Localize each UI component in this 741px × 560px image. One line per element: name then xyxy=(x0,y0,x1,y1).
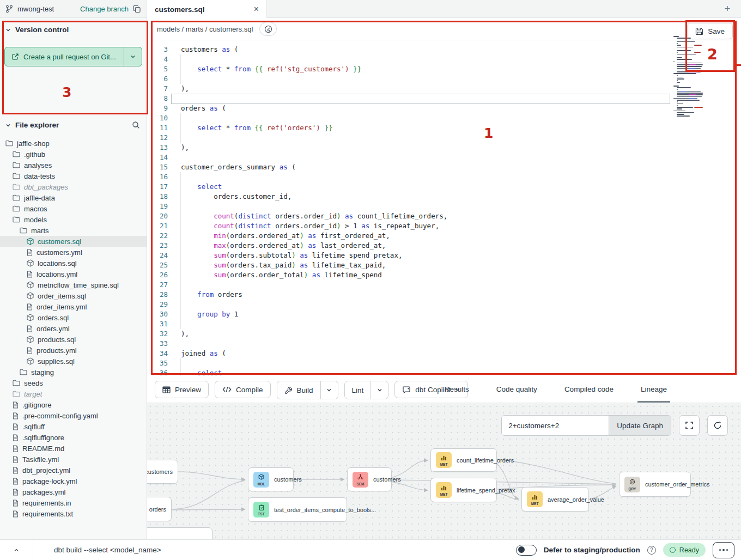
fullscreen-button[interactable] xyxy=(679,415,700,436)
code-line-4[interactable]: 4 xyxy=(147,54,741,64)
tree-item-customers-yml[interactable]: customers.yml xyxy=(0,247,147,258)
code-line-23[interactable]: 23 max(orders.ordered_at) as last_ordere… xyxy=(147,241,741,251)
tab-close-icon[interactable]: × xyxy=(254,5,259,14)
tree-item-dbt-project-yml[interactable]: dbt_project.yml xyxy=(0,465,147,476)
tab-lineage[interactable]: Lineage xyxy=(637,376,670,403)
lineage-node-customers[interactable]: SEMcustomers xyxy=(347,467,392,491)
code-line-27[interactable]: 27 xyxy=(147,280,741,290)
create-pr-dropdown[interactable] xyxy=(124,47,142,66)
new-tab-button[interactable]: + xyxy=(720,2,734,16)
lint-button[interactable]: Lint xyxy=(345,381,371,399)
code-line-29[interactable]: 29 xyxy=(147,300,741,309)
code-line-15[interactable]: 15customer_orders_summary as ( xyxy=(147,162,741,172)
tree-item--sqlfluffignore[interactable]: .sqlfluffignore xyxy=(0,432,147,443)
code-line-5[interactable]: 5 select * from {{ ref('stg_customers') … xyxy=(147,64,741,74)
tab-results[interactable]: Results xyxy=(441,376,472,403)
tree-item--gitignore[interactable]: .gitignore xyxy=(0,399,147,410)
lineage-node-orders[interactable]: orders xyxy=(147,497,172,521)
tree-item-package-lock-yml[interactable]: package-lock.yml xyxy=(0,476,147,486)
code-line-30[interactable]: 30 group by 1 xyxy=(147,309,741,319)
copilot-icon[interactable] xyxy=(259,22,277,36)
code-line-25[interactable]: 25 sum(orders.tax_paid) as lifetime_tax_… xyxy=(147,260,741,270)
version-control-header[interactable]: Version control xyxy=(0,18,147,39)
tree-item-packages-yml[interactable]: packages.yml xyxy=(0,486,147,497)
code-line-8[interactable]: 8 xyxy=(147,94,741,104)
create-pr-button[interactable]: Create a pull request on Git... xyxy=(4,47,142,66)
code-line-13[interactable]: 13), xyxy=(147,143,741,153)
code-line-21[interactable]: 21 count(distinct orders.order_id) > 1 a… xyxy=(147,221,741,231)
tree-item-customers-sql[interactable]: customers.sql xyxy=(0,236,147,247)
code-line-20[interactable]: 20 count(distinct orders.order_id) as co… xyxy=(147,211,741,221)
tree-item-target[interactable]: target xyxy=(0,388,147,399)
code-line-22[interactable]: 22 min(orders.ordered_at) as first_order… xyxy=(147,231,741,241)
lineage-node-partial[interactable] xyxy=(147,527,212,539)
preview-button[interactable]: Preview xyxy=(155,381,209,398)
tab-customers-sql[interactable]: customers.sql × xyxy=(147,0,267,19)
tree-item-seeds[interactable]: seeds xyxy=(0,378,147,388)
code-line-32[interactable]: 32), xyxy=(147,329,741,339)
compile-button[interactable]: Compile xyxy=(215,381,271,398)
cli-command-input[interactable]: dbt build --select <model_name> xyxy=(54,546,161,554)
file-explorer-header[interactable]: File explorer xyxy=(0,113,147,135)
tree-item--pre-commit-config-yaml[interactable]: .pre-commit-config.yaml xyxy=(0,410,147,421)
search-icon[interactable] xyxy=(132,121,140,129)
tree-item-order-items-sql[interactable]: order_items.sql xyxy=(0,290,147,301)
update-graph-button[interactable]: Update Graph xyxy=(609,416,671,435)
lineage-node-customer-order-metrics[interactable]: QRYcustomer_order_metrics xyxy=(619,472,691,497)
tab-code-quality[interactable]: Code quality xyxy=(493,376,540,403)
tree-item-locations-sql[interactable]: locations.sql xyxy=(0,258,147,269)
code-line-10[interactable]: 10 xyxy=(147,113,741,123)
minimap[interactable] xyxy=(672,36,717,118)
tree-item-marts[interactable]: marts xyxy=(0,225,147,236)
tree-item-products-sql[interactable]: products.sql xyxy=(0,334,147,345)
lineage-node-test-order-items-compute-to-bools-[interactable]: TSTtest_order_items_compute_to_bools... xyxy=(248,497,347,522)
tree-item-dbt-packages[interactable]: dbt_packages xyxy=(0,181,147,192)
code-line-12[interactable]: 12 xyxy=(147,133,741,143)
lineage-node-stg-customers[interactable]: stg_customers xyxy=(147,460,178,484)
build-button[interactable]: Build xyxy=(277,381,320,399)
create-pr-main[interactable]: Create a pull request on Git... xyxy=(5,47,124,66)
change-branch-link[interactable]: Change branch xyxy=(80,5,129,13)
code-line-16[interactable]: 16 xyxy=(147,172,741,182)
code-line-26[interactable]: 26 sum(orders.order_total) as lifetime_s… xyxy=(147,270,741,280)
graph-filter-input[interactable] xyxy=(502,416,609,435)
code-line-14[interactable]: 14 xyxy=(147,153,741,162)
collapse-caret-icon[interactable] xyxy=(0,547,33,553)
copy-icon[interactable] xyxy=(133,5,141,13)
code-line-9[interactable]: 9orders as ( xyxy=(147,104,741,113)
code-line-33[interactable]: 33 xyxy=(147,339,741,349)
tree-item-jaffle-shop[interactable]: jaffle-shop xyxy=(0,138,147,149)
tree-item-orders-yml[interactable]: orders.yml xyxy=(0,323,147,334)
refresh-button[interactable] xyxy=(707,415,728,436)
code-line-24[interactable]: 24 sum(orders.subtotal) as lifetime_spen… xyxy=(147,251,741,260)
tree-item-data-tests[interactable]: data-tests xyxy=(0,171,147,181)
lint-dropdown[interactable] xyxy=(370,381,388,399)
tree-item-metricflow-time-spine-sql[interactable]: metricflow_time_spine.sql xyxy=(0,279,147,290)
code-line-3[interactable]: 3customers as ( xyxy=(147,45,741,54)
code-line-34[interactable]: 34joined as ( xyxy=(147,349,741,358)
tree-item-jaffle-data[interactable]: jaffle-data xyxy=(0,192,147,203)
lineage-node-customers[interactable]: MDLcustomers xyxy=(248,467,294,491)
more-options-button[interactable] xyxy=(713,542,734,558)
tree-item-locations-yml[interactable]: locations.yml xyxy=(0,269,147,279)
tree-item--sqlfluff[interactable]: .sqlfluff xyxy=(0,421,147,432)
tree-item-products-yml[interactable]: products.yml xyxy=(0,345,147,356)
lineage-node-lifetime-spend-pretax[interactable]: METlifetime_spend_pretax xyxy=(430,478,497,502)
tree-item-requirements-txt[interactable]: requirements.txt xyxy=(0,508,147,519)
tree-item--github[interactable]: .github xyxy=(0,149,147,160)
code-line-17[interactable]: 17 select xyxy=(147,182,741,192)
tree-item-taskfile-yml[interactable]: Taskfile.yml xyxy=(0,454,147,465)
code-line-28[interactable]: 28 from orders xyxy=(147,290,741,300)
code-line-19[interactable]: 19 xyxy=(147,202,741,211)
tree-item-orders-sql[interactable]: orders.sql xyxy=(0,312,147,323)
tree-item-analyses[interactable]: analyses xyxy=(0,160,147,171)
code-line-35[interactable]: 35 xyxy=(147,358,741,368)
lineage-node-average-order-value[interactable]: METaverage_order_value xyxy=(521,487,589,512)
code-line-31[interactable]: 31 xyxy=(147,319,741,329)
code-line-6[interactable]: 6 xyxy=(147,74,741,84)
help-icon[interactable]: ? xyxy=(647,546,656,555)
code-area[interactable]: 3customers as (45 select * from {{ ref('… xyxy=(147,40,741,376)
defer-toggle[interactable] xyxy=(516,545,537,556)
code-line-11[interactable]: 11 select * from {{ ref('orders') }} xyxy=(147,123,741,133)
code-line-7[interactable]: 7), xyxy=(147,84,741,94)
